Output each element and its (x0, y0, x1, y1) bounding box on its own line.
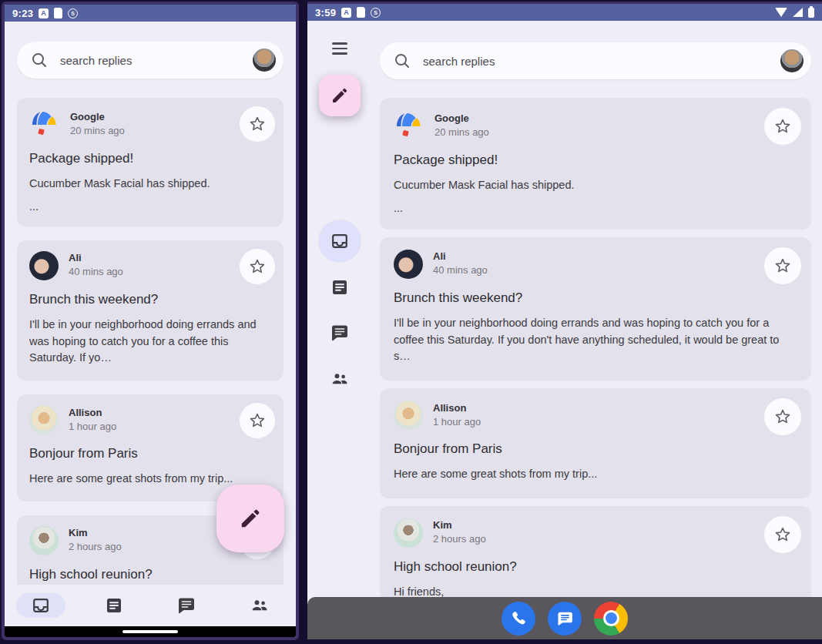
tablet-window: 3:59 A S (307, 2, 822, 639)
compose-fab[interactable] (319, 75, 361, 116)
sender-avatar (29, 251, 59, 280)
search-placeholder: search replies (60, 54, 132, 67)
pencil-icon (330, 86, 349, 105)
account-avatar[interactable] (253, 49, 276, 72)
email-time: 40 mins ago (433, 264, 488, 277)
sender-name: Ali (433, 250, 488, 263)
email-subject: Package shipped! (394, 153, 797, 168)
menu-icon (332, 42, 347, 54)
account-avatar[interactable] (780, 49, 804, 72)
nav-chat[interactable] (150, 585, 223, 626)
email-header: Allison 1 hour ago (29, 405, 271, 434)
star-button[interactable] (764, 247, 801, 284)
search-placeholder: search replies (423, 55, 495, 68)
email-card[interactable]: Google 20 mins ago Package shipped! Cucu… (17, 98, 284, 226)
email-body: Hi friends, (394, 584, 797, 597)
sender-avatar (394, 401, 423, 430)
home-indicator[interactable] (122, 630, 178, 633)
search-icon (394, 52, 411, 69)
email-subject: Bonjour from Paris (29, 446, 271, 461)
star-button[interactable] (764, 516, 801, 553)
articles-icon (105, 596, 123, 615)
google-logo-icon (29, 109, 60, 139)
rail-articles[interactable] (307, 266, 372, 309)
star-icon (248, 257, 267, 276)
phone-window: 9:23 A S search replies Google 20 mins a… (2, 2, 299, 640)
nav-inbox[interactable] (5, 585, 78, 626)
nav-people[interactable] (223, 585, 297, 626)
email-header: Ali 40 mins ago (394, 250, 797, 279)
email-card[interactable]: Allison 1 hour ago Bonjour from Paris He… (380, 388, 811, 498)
rail-chat[interactable] (307, 311, 372, 354)
messages-app-icon[interactable] (548, 602, 582, 636)
email-card[interactable]: Kim 2 hours ago High school reunion? Hi … (380, 506, 811, 597)
sender-name: Allison (69, 407, 116, 420)
email-body: I'll be in your neighborhood doing erran… (394, 315, 797, 365)
sender-name: Ali (69, 252, 123, 265)
email-card[interactable]: Ali 40 mins ago Brunch this weekend? I'l… (380, 237, 811, 381)
people-icon (330, 370, 349, 388)
chat-icon (177, 596, 196, 615)
phone-content: search replies Google 20 mins ago Packag… (5, 22, 296, 626)
email-time: 20 mins ago (434, 126, 489, 139)
tablet-content: search replies Google 20 mins ago Packag… (307, 21, 822, 639)
bottom-navigation (5, 585, 296, 626)
star-button[interactable] (240, 106, 275, 142)
sender-avatar (394, 250, 423, 279)
phone-clock: 9:23 (12, 8, 33, 19)
phone-status-bar: 9:23 A S (5, 5, 296, 22)
file-notification-icon (357, 7, 365, 18)
star-button[interactable] (240, 403, 275, 438)
battery-icon (808, 8, 814, 18)
wifi-icon (775, 8, 787, 17)
navigation-rail (307, 21, 372, 597)
email-more: ... (394, 202, 797, 214)
sender-name: Kim (433, 519, 486, 532)
search-bar[interactable]: search replies (380, 42, 811, 79)
sender-name: Google (434, 112, 489, 126)
email-header: Google 20 mins ago (394, 110, 797, 141)
sender-name: Google (70, 111, 125, 124)
people-icon (250, 596, 269, 615)
email-more: ... (29, 200, 271, 213)
star-button[interactable] (240, 249, 275, 284)
chat-icon (330, 324, 349, 342)
email-header: Ali 40 mins ago (29, 251, 271, 280)
signal-icon (793, 8, 803, 17)
rail-inbox[interactable] (307, 220, 372, 263)
email-time: 20 mins ago (70, 125, 125, 138)
star-icon (773, 408, 792, 426)
sender-avatar (394, 518, 423, 548)
tablet-status-bar: 3:59 A S (307, 4, 822, 21)
compose-fab[interactable] (216, 485, 284, 552)
menu-button[interactable] (307, 39, 372, 58)
star-button[interactable] (764, 108, 801, 145)
email-card[interactable]: Ali 40 mins ago Brunch this weekend? I'l… (17, 240, 284, 381)
rail-people[interactable] (307, 357, 372, 401)
email-subject: Brunch this weekend? (29, 292, 271, 307)
message-bubble-icon (555, 609, 575, 628)
chrome-icon (603, 610, 619, 626)
inbox-icon (32, 596, 50, 615)
email-time: 2 hours ago (69, 541, 122, 554)
chrome-app-icon[interactable] (594, 602, 628, 636)
email-list: Google 20 mins ago Package shipped! Cucu… (380, 98, 811, 597)
taskbar (307, 597, 822, 639)
email-card[interactable]: Google 20 mins ago Package shipped! Cucu… (380, 98, 811, 230)
email-body: Here are some great shots from my trip..… (394, 466, 797, 483)
nav-articles[interactable] (78, 585, 151, 626)
file-notification-icon (54, 8, 62, 18)
sender-name: Kim (69, 527, 122, 540)
email-header: Google 20 mins ago (29, 109, 271, 139)
email-time: 1 hour ago (433, 416, 481, 429)
search-bar[interactable]: search replies (17, 42, 284, 79)
search-icon (31, 52, 48, 69)
tablet-clock: 3:59 (315, 7, 336, 18)
email-header: Kim 2 hours ago (394, 518, 797, 548)
s-circle-icon: S (371, 8, 381, 18)
email-time: 2 hours ago (433, 533, 486, 546)
tablet-main: search replies Google 20 mins ago Packag… (380, 42, 811, 597)
google-logo-icon (394, 110, 424, 141)
star-button[interactable] (764, 398, 801, 435)
phone-app-icon[interactable] (502, 602, 535, 636)
